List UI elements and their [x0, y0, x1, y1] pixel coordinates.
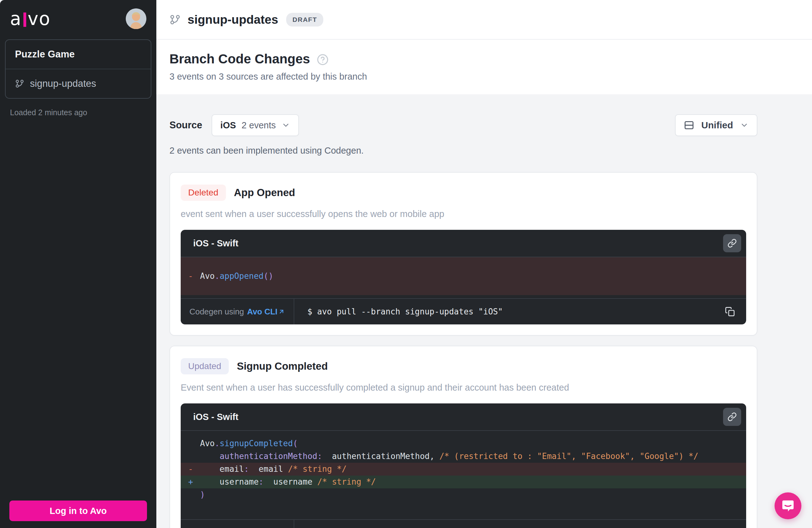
cli-command: $ avo pull --branch signup-updates "iOS" [307, 307, 721, 316]
sidebar: avo Puzzle Game signup-updates [0, 0, 156, 528]
avo-cli-link[interactable]: Avo CLI [247, 307, 285, 317]
avo-logo[interactable]: avo [10, 8, 50, 29]
chat-launcher-button[interactable] [774, 493, 801, 519]
chat-icon [781, 499, 795, 513]
code-language-label: iOS - Swift [193, 412, 238, 422]
help-icon[interactable] [317, 54, 329, 66]
source-value: iOS [220, 120, 236, 130]
page-heading: Branch Code Changes [170, 52, 310, 67]
link-icon [727, 412, 737, 422]
event-card-signup-completed: Updated Signup Completed Event sent when… [170, 346, 757, 528]
event-change-badge: Updated [181, 358, 229, 374]
view-mode-value: Unified [701, 120, 733, 130]
code-line-add: + username: username /* string */ [181, 475, 746, 488]
chevron-down-icon [740, 121, 749, 130]
code-line-plain: authenticationMethod: authenticationMeth… [181, 450, 746, 463]
source-label: Source [170, 119, 202, 131]
unified-view-icon [684, 120, 694, 130]
branch-title: signup-updates [188, 13, 278, 27]
avo-cli-link-label: Avo CLI [247, 307, 277, 317]
event-card-app-opened: Deleted App Opened event sent when a use… [170, 172, 757, 336]
app-window: avo Puzzle Game signup-updates [0, 0, 812, 528]
status-badge: DRAFT [286, 13, 323, 27]
logo-letters-vo: vo [28, 8, 51, 29]
event-description: Event sent when a user has successfully … [181, 383, 746, 393]
codegen-note: 2 events can been implemented using Code… [170, 145, 757, 156]
code-language-label: iOS - Swift [193, 238, 238, 248]
link-icon [727, 239, 737, 248]
code-snippet-block: iOS - Swift Avo.signupCompleted( authent… [181, 403, 746, 528]
event-title: Signup Completed [237, 360, 328, 372]
workspace-name: Puzzle Game [15, 49, 75, 60]
source-select[interactable]: iOS 2 events [212, 114, 299, 136]
sidebar-item-branch[interactable]: signup-updates [5, 69, 151, 98]
copy-command-button[interactable] [721, 524, 739, 528]
code-line-del: -Avo.appOpened() [181, 257, 746, 295]
copy-link-button[interactable] [723, 408, 741, 426]
copy-link-button[interactable] [723, 234, 741, 252]
copy-command-button[interactable] [721, 303, 739, 320]
code-line-plain: ) [181, 488, 746, 501]
branch-header: signup-updates DRAFT [156, 0, 812, 40]
source-count: 2 events [242, 120, 276, 130]
sidebar-item-workspace[interactable]: Puzzle Game [5, 40, 151, 69]
code-diff: Avo.signupCompleted( authenticationMetho… [181, 431, 746, 519]
logo-pink-bar [24, 13, 26, 27]
changes-section: Source iOS 2 events Unif [156, 94, 812, 528]
event-title: App Opened [234, 187, 295, 199]
event-description: event sent when a user successfully open… [181, 209, 746, 219]
avatar[interactable] [126, 9, 146, 29]
git-branch-icon [170, 14, 181, 25]
logo-letter-a: a [10, 8, 22, 29]
code-line-plain: Avo.signupCompleted( [181, 437, 746, 450]
chevron-down-icon [281, 121, 290, 130]
codegen-label: Codegen using [189, 307, 244, 317]
git-branch-icon [15, 79, 24, 88]
source-toolbar: Source iOS 2 events Unif [170, 114, 757, 136]
view-mode-select[interactable]: Unified [675, 114, 757, 136]
sidebar-nav: Puzzle Game signup-updates [5, 39, 151, 99]
external-link-icon [278, 308, 285, 315]
heading-section: Branch Code Changes 3 events on 3 source… [156, 40, 812, 94]
main-content: signup-updates DRAFT Branch Code Changes… [156, 0, 812, 528]
page-subheading: 3 events on 3 sources are affected by th… [170, 71, 799, 82]
code-snippet-block: iOS - Swift -Avo.appOpened() Codegen usi… [181, 230, 746, 325]
sidebar-branch-label: signup-updates [30, 78, 96, 89]
code-line-del: - email: email /* string */ [181, 463, 746, 475]
copy-icon [725, 306, 735, 317]
code-diff: -Avo.appOpened() [181, 257, 746, 298]
event-change-badge: Deleted [181, 185, 226, 201]
loaded-status: Loaded 2 minutes ago [10, 108, 146, 117]
login-button[interactable]: Log in to Avo [9, 500, 147, 521]
avatar-image [126, 9, 146, 29]
